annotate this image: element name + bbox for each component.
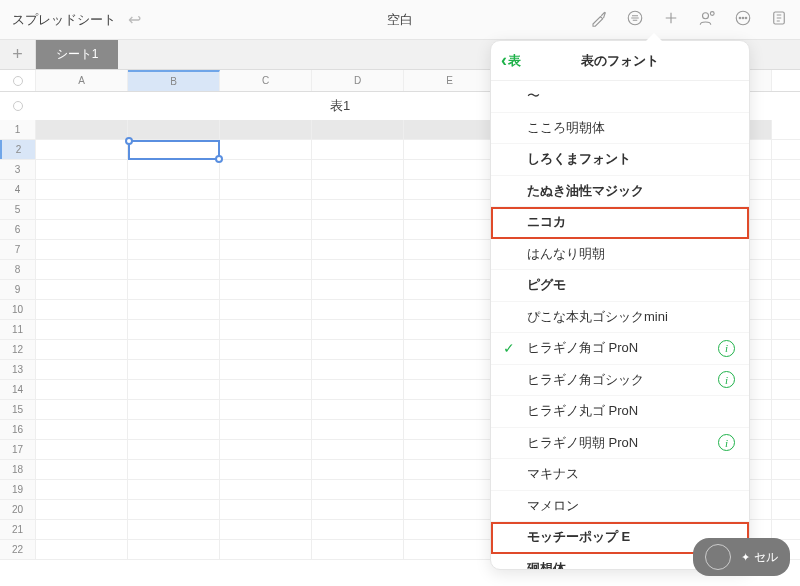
cell[interactable] (36, 300, 128, 319)
cell[interactable] (36, 280, 128, 299)
font-item[interactable]: はんなり明朝 (491, 239, 749, 271)
brush-icon[interactable] (590, 9, 608, 31)
column-header[interactable]: A (36, 70, 128, 91)
row-menu-corner[interactable] (0, 101, 36, 111)
cell[interactable] (128, 460, 220, 479)
column-header[interactable]: B (128, 70, 220, 91)
row-header[interactable]: 3 (0, 160, 36, 179)
cell[interactable] (128, 480, 220, 499)
cell[interactable] (312, 500, 404, 519)
cell[interactable] (220, 120, 312, 139)
row-header[interactable]: 9 (0, 280, 36, 299)
info-icon[interactable]: i (718, 371, 735, 388)
cell[interactable] (220, 280, 312, 299)
cell[interactable] (36, 460, 128, 479)
cell[interactable] (312, 520, 404, 539)
select-all-corner[interactable] (0, 70, 36, 91)
cell[interactable] (128, 140, 220, 159)
cell[interactable] (128, 440, 220, 459)
cell[interactable] (220, 500, 312, 519)
row-header[interactable]: 7 (0, 240, 36, 259)
font-item[interactable]: ピグモ (491, 270, 749, 302)
cell[interactable] (312, 360, 404, 379)
cell[interactable] (220, 140, 312, 159)
cell[interactable] (36, 360, 128, 379)
cell[interactable] (312, 480, 404, 499)
cell[interactable] (128, 260, 220, 279)
cell[interactable] (128, 180, 220, 199)
row-header[interactable]: 15 (0, 400, 36, 419)
cell[interactable] (312, 540, 404, 559)
font-item[interactable]: マメロン (491, 491, 749, 523)
cell[interactable] (36, 500, 128, 519)
cell[interactable] (220, 460, 312, 479)
column-header[interactable]: E (404, 70, 496, 91)
cell[interactable] (36, 220, 128, 239)
add-sheet-button[interactable]: + (0, 40, 36, 69)
panel-back-button[interactable]: ‹ 表 (501, 50, 521, 71)
cell[interactable] (36, 480, 128, 499)
cell[interactable] (404, 520, 496, 539)
cell[interactable] (128, 360, 220, 379)
row-header[interactable]: 12 (0, 340, 36, 359)
more-icon[interactable] (734, 9, 752, 31)
app-title[interactable]: スプレッドシート (12, 11, 116, 29)
cell[interactable] (220, 180, 312, 199)
undo-icon[interactable]: ↩ (128, 10, 141, 29)
cell[interactable] (36, 260, 128, 279)
cell[interactable] (36, 320, 128, 339)
info-icon[interactable]: i (718, 434, 735, 451)
toolbar-circle[interactable] (705, 544, 731, 570)
cell[interactable] (312, 340, 404, 359)
font-item[interactable]: ニコカ (491, 207, 749, 239)
font-item[interactable]: 〜 (491, 81, 749, 113)
cell[interactable] (36, 140, 128, 159)
add-icon[interactable] (662, 9, 680, 31)
collaborate-icon[interactable] (698, 9, 716, 31)
cell[interactable] (220, 320, 312, 339)
font-item[interactable]: ✓ヒラギノ角ゴ ProNi (491, 333, 749, 365)
cell[interactable] (404, 140, 496, 159)
cell[interactable] (312, 200, 404, 219)
row-header[interactable]: 4 (0, 180, 36, 199)
cell[interactable] (128, 160, 220, 179)
font-item[interactable]: ヒラギノ丸ゴ ProN (491, 396, 749, 428)
cell[interactable] (220, 400, 312, 419)
cell[interactable] (312, 380, 404, 399)
cell[interactable] (220, 220, 312, 239)
cell[interactable] (220, 360, 312, 379)
cell[interactable] (36, 520, 128, 539)
row-header[interactable]: 18 (0, 460, 36, 479)
cell[interactable] (128, 340, 220, 359)
cell[interactable] (404, 500, 496, 519)
cell[interactable] (312, 300, 404, 319)
cell[interactable] (312, 120, 404, 139)
cell[interactable] (404, 420, 496, 439)
cell[interactable] (404, 280, 496, 299)
row-header[interactable]: 1 (0, 120, 36, 139)
row-header[interactable]: 13 (0, 360, 36, 379)
cell[interactable] (36, 400, 128, 419)
cell[interactable] (128, 280, 220, 299)
info-icon[interactable]: i (718, 340, 735, 357)
cell[interactable] (128, 420, 220, 439)
row-header[interactable]: 14 (0, 380, 36, 399)
cell[interactable] (220, 480, 312, 499)
cell[interactable] (404, 300, 496, 319)
document-title[interactable]: 空白 (387, 11, 413, 29)
cell[interactable] (220, 260, 312, 279)
cell[interactable] (36, 160, 128, 179)
cell[interactable] (312, 240, 404, 259)
column-header[interactable]: D (312, 70, 404, 91)
cell[interactable] (404, 340, 496, 359)
font-item[interactable]: たぬき油性マジック (491, 176, 749, 208)
cell[interactable] (36, 380, 128, 399)
cell[interactable] (312, 260, 404, 279)
row-header[interactable]: 17 (0, 440, 36, 459)
cell[interactable] (36, 440, 128, 459)
cell-button[interactable]: ✦ セル (693, 538, 790, 576)
row-header[interactable]: 19 (0, 480, 36, 499)
font-item[interactable]: ヒラギノ明朝 ProNi (491, 428, 749, 460)
cell[interactable] (220, 340, 312, 359)
row-header[interactable]: 22 (0, 540, 36, 559)
